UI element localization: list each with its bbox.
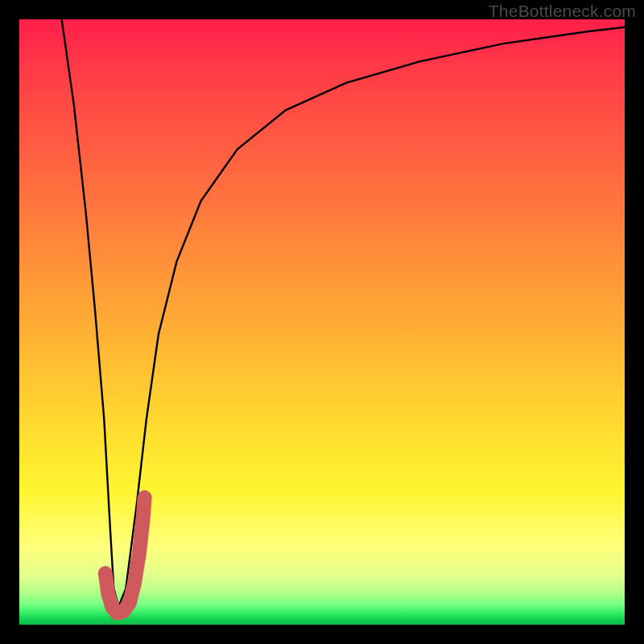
chart-frame: TheBottleneck.com xyxy=(0,0,644,644)
plot-area xyxy=(19,19,625,625)
watermark-text: TheBottleneck.com xyxy=(489,2,636,21)
curve-layer xyxy=(19,19,625,625)
